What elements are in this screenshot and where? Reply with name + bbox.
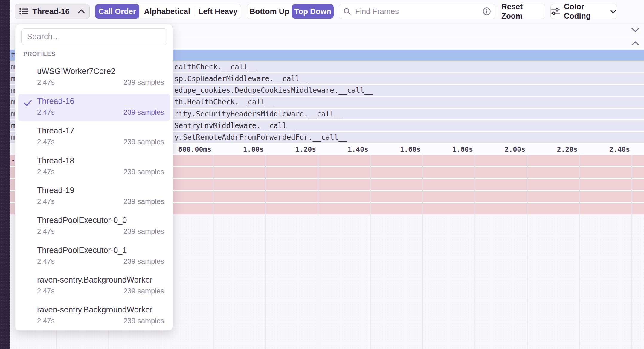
profile-duration: 2.47s <box>37 227 55 236</box>
chevron-up-icon <box>77 9 85 14</box>
left-dark-strip <box>0 0 10 349</box>
profile-name: Thread-17 <box>37 126 74 136</box>
profile-duration: 2.47s <box>37 317 55 325</box>
sort-segmented-control: Call Order Alphabetical Left Heavy <box>95 4 241 19</box>
thread-selector-label: Thread-16 <box>32 7 69 16</box>
toolbar: Thread-16 Call Order Alphabetical Left H… <box>10 0 644 23</box>
chevron-down-icon[interactable] <box>631 27 640 33</box>
search-icon <box>343 7 351 15</box>
profiler-flamegraph-screen: tmealthCheck.__call__msp.CspHeaderMiddle… <box>0 0 644 349</box>
time-gridline <box>265 214 266 349</box>
frame-function-name: rity.SecurityHeadersMiddleware.__call__ <box>174 110 343 118</box>
profile-sample-count: 239 samples <box>123 78 164 87</box>
reset-zoom-button[interactable]: Reset Zoom <box>501 4 545 19</box>
list-icon <box>19 7 29 15</box>
profile-item[interactable]: ThreadPoolExecutor-0_02.47s239 samples <box>18 213 170 240</box>
profile-duration: 2.47s <box>37 197 55 206</box>
profile-duration: 2.47s <box>37 78 55 87</box>
time-gridline <box>318 214 318 349</box>
profile-sample-count: 239 samples <box>123 197 164 206</box>
time-gridline <box>631 214 632 349</box>
time-gridline <box>474 214 475 349</box>
direction-segmented-control: Bottom Up Top Down <box>247 4 334 19</box>
profile-item[interactable]: Thread-192.47s239 samples <box>18 183 170 210</box>
profile-duration: 2.47s <box>37 257 55 265</box>
time-gridline <box>631 155 632 214</box>
time-gridline <box>265 155 266 214</box>
profile-item[interactable]: Thread-182.47s239 samples <box>18 153 170 181</box>
find-frames-search[interactable] <box>339 4 495 19</box>
profile-sample-count: 239 samples <box>123 287 164 295</box>
time-gridline <box>579 155 580 214</box>
axis-tick-label: 1.60s <box>400 145 421 153</box>
time-gridline <box>370 214 371 349</box>
profile-item[interactable]: Thread-172.47s239 samples <box>18 123 170 151</box>
profile-sample-count: 239 samples <box>123 138 164 146</box>
axis-tick-label: 800.00ms <box>178 145 211 153</box>
chevron-up-icon[interactable] <box>631 41 640 46</box>
dropdown-search-box[interactable] <box>21 28 167 45</box>
profile-name: uWSGIWorker7Core2 <box>37 67 115 76</box>
dropdown-search-input[interactable] <box>26 32 162 42</box>
profile-item[interactable]: raven-sentry.BackgroundWorker2.47s239 sa… <box>18 302 170 330</box>
axis-tick-label: 2.40s <box>609 145 630 153</box>
axis-tick-label: 1.20s <box>295 145 316 153</box>
profiles-section-label: PROFILES <box>23 51 56 57</box>
profile-sample-count: 239 samples <box>123 108 164 116</box>
frame-function-name: sp.CspHeaderMiddleware.__call__ <box>174 75 308 83</box>
profile-item[interactable]: uWSGIWorker7Core22.47s239 samples <box>18 64 170 91</box>
profile-name: ThreadPoolExecutor-0_1 <box>37 246 127 255</box>
profile-sample-count: 239 samples <box>123 168 164 176</box>
frame-function-name: th.HealthCheck.__call__ <box>174 98 274 106</box>
time-gridline <box>422 155 423 214</box>
profile-sample-count: 239 samples <box>123 317 164 325</box>
time-gridline <box>474 155 475 214</box>
sliders-icon <box>551 7 560 15</box>
chevron-down-icon <box>610 9 617 14</box>
profile-item[interactable]: raven-sentry.BackgroundWorker2.47s239 sa… <box>18 272 170 300</box>
segment-alphabetical[interactable]: Alphabetical <box>139 4 195 19</box>
profile-item[interactable]: ThreadPoolExecutor-0_12.47s239 samples <box>18 243 170 270</box>
reset-zoom-label: Reset Zoom <box>501 2 545 21</box>
axis-tick-label: 2.00s <box>505 145 525 153</box>
profile-name: raven-sentry.BackgroundWorker <box>37 305 152 315</box>
time-gridline <box>213 214 214 349</box>
frame-function-name: SentryEnvMiddleware.__call__ <box>174 122 295 130</box>
time-gridline <box>527 155 528 214</box>
color-coding-button[interactable]: Color Coding <box>550 4 617 19</box>
axis-tick-label: 1.00s <box>243 145 264 153</box>
time-gridline <box>527 214 528 349</box>
axis-tick-label: 1.40s <box>348 145 368 153</box>
profile-name: Thread-16 <box>37 97 74 106</box>
time-gridline <box>422 214 423 349</box>
time-gridline <box>579 214 580 349</box>
profile-name: Thread-18 <box>37 156 74 166</box>
segment-bottom-up[interactable]: Bottom Up <box>247 4 292 19</box>
profile-duration: 2.47s <box>37 108 55 116</box>
profile-item[interactable]: Thread-162.47s239 samples <box>18 94 170 121</box>
info-icon[interactable] <box>483 7 491 16</box>
frame-function-name: edupe_cookies.DedupeCookiesMiddleware.__… <box>174 86 373 95</box>
segment-left-heavy[interactable]: Left Heavy <box>195 4 241 19</box>
segment-call-order[interactable]: Call Order <box>95 4 139 19</box>
profile-sample-count: 239 samples <box>123 227 164 236</box>
color-coding-label: Color Coding <box>564 2 605 21</box>
frame-function-name: ealthCheck.__call__ <box>174 63 257 71</box>
profile-name: raven-sentry.BackgroundWorker <box>37 275 152 285</box>
axis-tick-label: 1.80s <box>452 145 473 153</box>
profile-name: ThreadPoolExecutor-0_0 <box>37 216 127 225</box>
profile-duration: 2.47s <box>37 168 55 176</box>
time-gridline <box>318 155 318 214</box>
segment-top-down[interactable]: Top Down <box>292 4 334 19</box>
frame-function-name: y.SetRemoteAddrFromForwardedFor.__call__ <box>174 133 347 142</box>
profile-duration: 2.47s <box>37 287 55 295</box>
time-gridline <box>213 155 214 214</box>
find-frames-input[interactable] <box>355 7 483 16</box>
time-gridline <box>370 155 371 214</box>
profile-name: Thread-19 <box>37 186 74 195</box>
thread-selector-button[interactable]: Thread-16 <box>15 4 90 19</box>
thread-dropdown-panel: PROFILES uWSGIWorker7Core22.47s239 sampl… <box>15 24 173 331</box>
axis-tick-label: 2.20s <box>557 145 578 153</box>
check-icon <box>23 98 33 108</box>
profile-duration: 2.47s <box>37 138 55 146</box>
